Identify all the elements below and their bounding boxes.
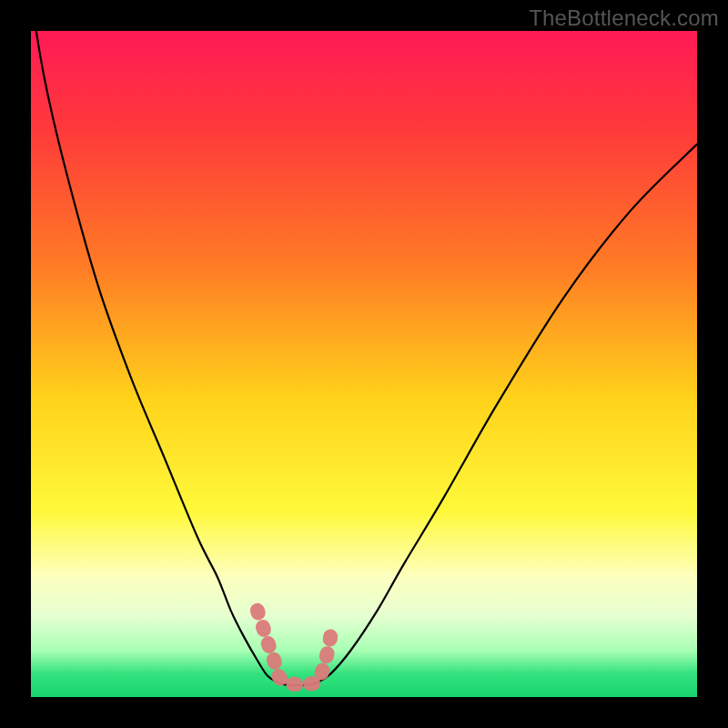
plot-svg [31,31,697,697]
watermark-text: TheBottleneck.com [529,5,719,31]
plot-area [31,31,697,697]
chart-frame: TheBottleneck.com [0,0,728,728]
gradient-background [31,31,697,697]
